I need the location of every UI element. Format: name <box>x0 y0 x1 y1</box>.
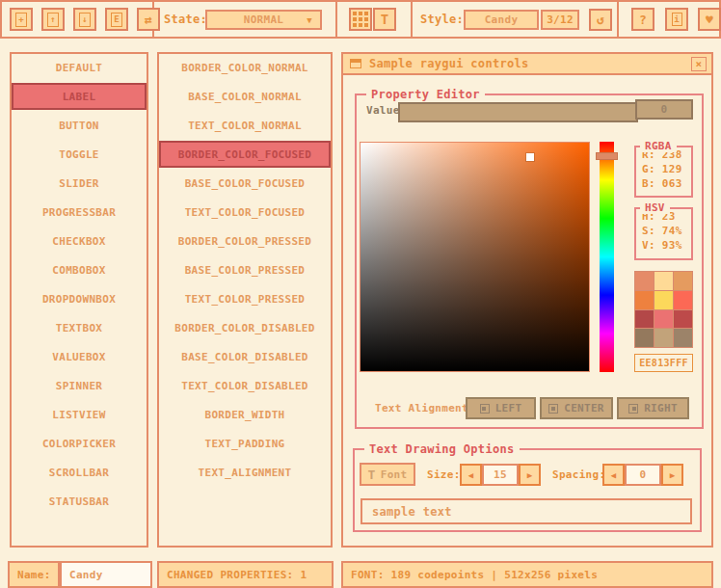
style-color-swatch[interactable] <box>674 291 692 309</box>
reload-style-button[interactable]: ↺ <box>589 9 612 31</box>
randomize-style-button[interactable]: ⇄ <box>137 8 160 31</box>
heart-icon: ♥ <box>706 13 713 27</box>
style-color-swatch[interactable] <box>654 272 673 290</box>
align-center-button[interactable]: CENTER <box>540 397 613 419</box>
control-item-spinner[interactable]: SPINNER <box>12 372 147 399</box>
control-item-textbox[interactable]: TEXTBOX <box>12 314 147 341</box>
property-item-base_color_disabled[interactable]: BASE_COLOR_DISABLED <box>159 343 331 370</box>
color-picker-cursor[interactable] <box>526 153 534 161</box>
property-item-text_color_pressed[interactable]: TEXT_COLOR_PRESSED <box>159 285 331 312</box>
size-value-box[interactable]: 15 <box>482 464 519 486</box>
property-item-border_width[interactable]: BORDER_WIDTH <box>159 401 331 428</box>
value-slider[interactable] <box>398 102 638 122</box>
control-item-checkbox[interactable]: CHECKBOX <box>12 227 147 254</box>
sample-controls-window: Sample raygui controls × Property Editor… <box>341 52 713 548</box>
control-item-valuebox[interactable]: VALUEBOX <box>12 343 147 370</box>
control-item-scrollbar[interactable]: SCROLLBAR <box>12 459 147 486</box>
controls-list: DEFAULTLABELBUTTONTOGGLESLIDERPROGRESSBA… <box>10 52 148 548</box>
save-file-icon: ↓ <box>79 13 91 27</box>
property-item-base_color_focused[interactable]: BASE_COLOR_FOCUSED <box>159 170 331 197</box>
text-drawing-options-title: Text Drawing Options <box>364 442 520 456</box>
style-color-swatch[interactable] <box>674 329 692 347</box>
spacing-value-box[interactable]: 0 <box>625 464 661 486</box>
property-item-text_color_disabled[interactable]: TEXT_COLOR_DISABLED <box>159 372 331 399</box>
control-item-listview[interactable]: LISTVIEW <box>12 401 147 428</box>
spacing-decrease-button[interactable]: ◀ <box>602 464 625 486</box>
font-view-button[interactable]: T <box>373 8 396 31</box>
control-item-colorpicker[interactable]: COLORPICKER <box>12 430 147 457</box>
save-style-button[interactable]: ↓ <box>73 8 96 31</box>
property-item-base_color_normal[interactable]: BASE_COLOR_NORMAL <box>159 83 331 110</box>
property-item-border_color_focused[interactable]: BORDER_COLOR_FOCUSED <box>159 141 331 168</box>
sample-text-box[interactable]: sample text <box>360 498 692 524</box>
list-item-label: BORDER_COLOR_NORMAL <box>181 62 308 74</box>
control-item-toggle[interactable]: TOGGLE <box>12 141 147 168</box>
color-picker-area[interactable] <box>360 142 590 372</box>
property-item-text_alignment[interactable]: TEXT_ALIGNMENT <box>159 459 331 486</box>
list-item-label: DEFAULT <box>56 62 102 74</box>
spacing-increase-button[interactable]: ▶ <box>661 464 683 486</box>
list-item-label: BORDER_WIDTH <box>204 409 284 421</box>
style-label: Style: <box>420 0 464 39</box>
new-style-button[interactable]: + <box>10 8 33 31</box>
control-item-progressbar[interactable]: PROGRESSBAR <box>12 199 147 226</box>
table-view-button[interactable] <box>349 8 372 31</box>
load-style-button[interactable]: ↑ <box>41 8 65 31</box>
list-item-label: TEXT_COLOR_FOCUSED <box>185 206 306 219</box>
control-item-dropdownbox[interactable]: DROPDOWNBOX <box>12 285 147 312</box>
help-button[interactable]: ? <box>631 8 654 31</box>
font-button[interactable]: T Font <box>360 463 415 486</box>
style-color-swatch[interactable] <box>635 291 654 309</box>
property-item-border_color_disabled[interactable]: BORDER_COLOR_DISABLED <box>159 314 331 341</box>
control-item-combobox[interactable]: COMBOBOX <box>12 256 147 283</box>
value-box[interactable]: 0 <box>635 99 693 120</box>
list-item-label: TEXT_COLOR_PRESSED <box>185 293 306 306</box>
window-titlebar[interactable]: Sample raygui controls × <box>343 54 711 75</box>
hue-slider-handle[interactable] <box>596 152 618 160</box>
rgba-green-value: G: 129 <box>636 162 691 176</box>
right-arrow-icon: ▶ <box>670 470 676 480</box>
align-center-icon <box>548 404 558 414</box>
property-item-base_color_pressed[interactable]: BASE_COLOR_PRESSED <box>159 256 331 283</box>
style-name-input[interactable]: Candy <box>60 561 152 588</box>
property-item-text_color_focused[interactable]: TEXT_COLOR_FOCUSED <box>159 199 331 226</box>
export-style-button[interactable]: E <box>105 8 128 31</box>
style-counter: 3/12 <box>541 10 579 30</box>
align-right-button[interactable]: RIGHT <box>617 397 689 419</box>
size-increase-button[interactable]: ▶ <box>519 464 541 486</box>
hsv-saturation-value: S: 74% <box>636 224 691 238</box>
style-color-swatch[interactable] <box>635 272 654 290</box>
style-color-swatch[interactable] <box>635 310 654 329</box>
close-button[interactable]: × <box>691 57 707 71</box>
control-item-slider[interactable]: SLIDER <box>12 170 147 197</box>
control-item-button[interactable]: BUTTON <box>12 112 147 139</box>
style-color-swatch[interactable] <box>674 272 692 290</box>
hue-slider[interactable] <box>600 142 614 372</box>
property-item-text_color_normal[interactable]: TEXT_COLOR_NORMAL <box>159 112 331 139</box>
style-color-swatch[interactable] <box>635 329 654 347</box>
state-dropdown[interactable]: NORMAL ▼ <box>205 10 322 30</box>
hex-value-box[interactable]: EE813FFF <box>634 354 693 372</box>
control-item-statusbar[interactable]: STATUSBAR <box>12 488 147 515</box>
list-item-label: TEXT_PADDING <box>204 438 284 450</box>
align-left-button[interactable]: LEFT <box>466 397 536 419</box>
style-color-swatch[interactable] <box>654 310 673 329</box>
about-button[interactable]: i <box>665 8 688 31</box>
property-item-border_color_normal[interactable]: BORDER_COLOR_NORMAL <box>159 54 331 81</box>
control-item-default[interactable]: DEFAULT <box>12 54 147 81</box>
style-name-value: Candy <box>485 13 519 26</box>
list-item-label: COLORPICKER <box>42 438 116 450</box>
control-item-label[interactable]: LABEL <box>12 83 147 110</box>
style-name-selector[interactable]: Candy <box>464 10 539 30</box>
size-decrease-button[interactable]: ◀ <box>460 464 482 486</box>
style-color-swatch[interactable] <box>674 310 692 329</box>
style-color-swatch[interactable] <box>654 329 673 347</box>
style-color-swatch[interactable] <box>654 291 673 309</box>
property-item-text_padding[interactable]: TEXT_PADDING <box>159 430 331 457</box>
property-item-border_color_pressed[interactable]: BORDER_COLOR_PRESSED <box>159 227 331 254</box>
align-right-icon <box>628 404 638 414</box>
list-item-label: COMBOBOX <box>52 264 105 277</box>
right-arrow-icon: ▶ <box>527 470 533 480</box>
list-item-label: TEXT_COLOR_DISABLED <box>181 380 308 392</box>
sponsor-button[interactable]: ♥ <box>698 8 721 31</box>
